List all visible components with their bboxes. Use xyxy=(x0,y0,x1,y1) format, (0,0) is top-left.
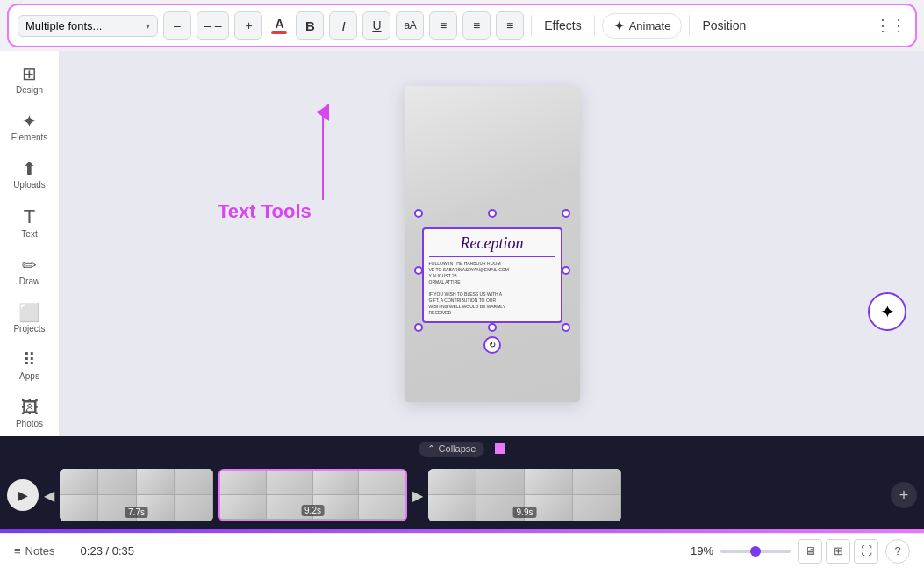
bold-button[interactable]: B xyxy=(296,11,324,40)
photos-icon: 🖼 xyxy=(21,399,39,416)
sidebar-item-draw[interactable]: ✏ Draw xyxy=(4,249,56,293)
sidebar-item-label: Photos xyxy=(16,419,43,428)
design-icon: ⊞ xyxy=(22,65,37,83)
time-display: 0:23 / 0:35 xyxy=(81,544,135,557)
chevron-down-icon: ▾ xyxy=(146,21,150,31)
text-color-button[interactable]: A xyxy=(268,11,290,40)
card-reception-text: Reception xyxy=(429,234,555,257)
card-inner[interactable]: Reception FOLLOW IN THE HARBOUR ROOM VE … xyxy=(422,227,562,323)
elements-icon: ✦ xyxy=(22,112,37,130)
canvas-area[interactable]: Text Tools ↻ Reception FOLLOW IN THE HAR… xyxy=(60,51,924,436)
resize-handle-rm[interactable] xyxy=(562,266,570,275)
arrow-icon xyxy=(310,104,336,200)
align-right-button[interactable]: ≡ xyxy=(496,11,524,40)
timeline-controls: ⌃ Collapse xyxy=(0,436,924,461)
color-bar xyxy=(271,31,287,34)
sidebar-item-elements[interactable]: ✦ Elements xyxy=(4,105,56,149)
track-duration-2: 9.2s xyxy=(301,505,325,516)
uploads-icon: ⬆ xyxy=(22,160,37,177)
magic-button[interactable]: ✦ xyxy=(868,292,906,331)
position-button[interactable]: Position xyxy=(697,18,751,32)
play-button[interactable]: ▶ xyxy=(7,479,39,511)
track-duration-1: 7.7s xyxy=(125,507,148,518)
sidebar-item-text[interactable]: T Text xyxy=(4,200,56,246)
main-area: ⊞ Design ✦ Elements ⬆ Uploads T Text ✏ D… xyxy=(0,51,924,436)
resize-handle-tm[interactable] xyxy=(488,209,497,218)
animate-button[interactable]: ✦ Animate xyxy=(602,13,683,39)
prev-track-button[interactable]: ◀ xyxy=(44,487,54,504)
card-body-text: FOLLOW IN THE HARBOUR ROOM VE TO SABARIN… xyxy=(429,261,555,316)
zoom-level: 19% xyxy=(691,544,713,557)
next-track-button[interactable]: ▶ xyxy=(412,487,423,504)
view-buttons: 🖥 ⊞ ⛶ xyxy=(798,539,878,564)
resize-handle-br[interactable] xyxy=(562,323,570,332)
zoom-thumb xyxy=(750,546,761,557)
italic-button[interactable]: I xyxy=(329,11,357,40)
font-size-decrease-button[interactable]: – xyxy=(163,11,191,40)
font-selector-label: Multiple fonts... xyxy=(25,19,140,32)
sidebar-item-label: Elements xyxy=(11,133,48,142)
draw-icon: ✏ xyxy=(22,256,37,274)
sidebar-item-apps[interactable]: ⠿ Apps xyxy=(4,344,56,388)
notes-button[interactable]: ≡ Notes xyxy=(14,544,55,557)
fullscreen-button[interactable]: ⛶ xyxy=(854,539,878,564)
text-icon: T xyxy=(24,207,35,226)
track-segment-3[interactable]: 9.9s xyxy=(428,469,621,521)
zoom-slider[interactable] xyxy=(720,550,791,553)
projects-icon: ⬜ xyxy=(18,304,40,321)
resize-handle-bl[interactable] xyxy=(414,323,423,332)
annotation-text: Text Tools xyxy=(218,200,312,223)
notes-label: Notes xyxy=(25,544,55,557)
separator xyxy=(531,15,532,36)
case-button[interactable]: aA xyxy=(396,11,424,40)
grid-view-button[interactable]: ⊞ xyxy=(826,539,850,564)
sidebar-item-projects[interactable]: ⬜ Projects xyxy=(4,297,56,341)
rotate-handle[interactable]: ↻ xyxy=(483,336,501,354)
align-left-button[interactable]: ≡ xyxy=(429,11,457,40)
animate-icon: ✦ xyxy=(613,18,625,34)
font-size-increase-button[interactable]: + xyxy=(234,11,262,40)
timeline-tracks: ▶ ◀ 7.7s xyxy=(0,461,924,529)
sidebar-item-label: Apps xyxy=(19,371,39,381)
font-selector[interactable]: Multiple fonts... ▾ xyxy=(18,15,158,37)
align-center-button[interactable]: ≡ xyxy=(462,11,491,40)
collapse-button[interactable]: ⌃ Collapse xyxy=(419,442,485,457)
play-icon: ▶ xyxy=(18,488,28,502)
resize-handle-tr[interactable] xyxy=(562,209,570,218)
track-segment-2[interactable]: 9.2s xyxy=(218,469,407,521)
timeline-area: ⌃ Collapse ▶ ◀ 7.7s xyxy=(0,436,924,533)
zoom-controls: 19% 🖥 ⊞ ⛶ ? xyxy=(691,539,910,564)
font-size-display[interactable]: – – xyxy=(197,11,229,40)
sidebar-item-label: Text xyxy=(21,229,37,239)
card-canvas[interactable]: ↻ Reception FOLLOW IN THE HARBOUR ROOM V… xyxy=(405,86,580,402)
sidebar-item-label: Design xyxy=(16,85,43,95)
sidebar-item-label: Draw xyxy=(19,277,39,286)
sidebar-item-label: Uploads xyxy=(13,180,46,190)
sidebar: ⊞ Design ✦ Elements ⬆ Uploads T Text ✏ D… xyxy=(0,51,60,436)
playhead-marker xyxy=(495,443,505,454)
sidebar-item-uploads[interactable]: ⬆ Uploads xyxy=(4,153,56,197)
more-options-button[interactable]: ⋮⋮ xyxy=(875,16,906,35)
add-segment-button[interactable]: + xyxy=(891,482,917,508)
notes-icon: ≡ xyxy=(14,544,21,557)
separator xyxy=(68,541,68,562)
effects-button[interactable]: Effects xyxy=(539,18,587,32)
apps-icon: ⠿ xyxy=(23,351,36,369)
track-duration-3: 9.9s xyxy=(513,507,537,518)
sidebar-item-label: Projects xyxy=(13,324,45,334)
resize-handle-tl[interactable] xyxy=(414,209,423,218)
status-bar: ≡ Notes 0:23 / 0:35 19% 🖥 ⊞ ⛶ ? xyxy=(0,533,924,568)
separator xyxy=(689,15,690,36)
separator xyxy=(594,15,595,36)
color-letter: A xyxy=(275,18,283,30)
resize-handle-bm[interactable] xyxy=(488,323,497,332)
toolbar: Multiple fonts... ▾ – – – + A B I U aA ≡… xyxy=(7,4,917,47)
underline-button[interactable]: U xyxy=(362,11,390,40)
sidebar-item-design[interactable]: ⊞ Design xyxy=(4,58,56,102)
sidebar-item-photos[interactable]: 🖼 Photos xyxy=(4,392,56,435)
monitor-view-button[interactable]: 🖥 xyxy=(798,539,822,564)
track-segment-1[interactable]: 7.7s xyxy=(60,469,213,521)
help-button[interactable]: ? xyxy=(885,539,910,564)
